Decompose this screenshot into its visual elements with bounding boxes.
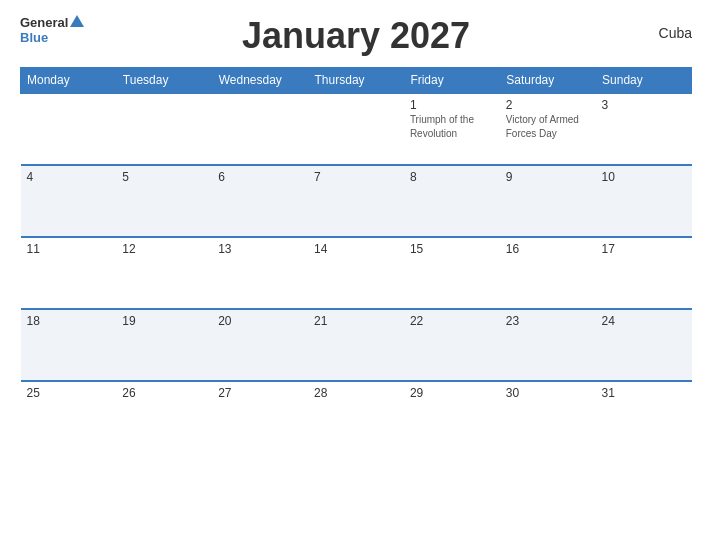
day-number: 28: [314, 386, 398, 400]
calendar-cell: 31: [596, 381, 692, 453]
calendar-cell: 6: [212, 165, 308, 237]
calendar-cell: [116, 93, 212, 165]
day-number: 24: [602, 314, 686, 328]
calendar-cell: [21, 93, 117, 165]
calendar-cell: 26: [116, 381, 212, 453]
header-wednesday: Wednesday: [212, 68, 308, 94]
day-number: 27: [218, 386, 302, 400]
calendar-cell: 30: [500, 381, 596, 453]
calendar-cell: [212, 93, 308, 165]
header: General Blue January 2027 Cuba: [20, 15, 692, 57]
event-label: Victory of Armed Forces Day: [506, 114, 579, 139]
calendar-cell: 9: [500, 165, 596, 237]
day-number: 30: [506, 386, 590, 400]
day-number: 22: [410, 314, 494, 328]
day-number: 12: [122, 242, 206, 256]
day-number: 3: [602, 98, 686, 112]
calendar-cell: 23: [500, 309, 596, 381]
day-number: 31: [602, 386, 686, 400]
calendar-cell: 14: [308, 237, 404, 309]
calendar-cell: 16: [500, 237, 596, 309]
day-number: 17: [602, 242, 686, 256]
day-number: 15: [410, 242, 494, 256]
day-number: 26: [122, 386, 206, 400]
day-number: 10: [602, 170, 686, 184]
calendar-week-row: 18192021222324: [21, 309, 692, 381]
calendar-cell: 10: [596, 165, 692, 237]
calendar-week-row: 1Triumph of the Revolution2Victory of Ar…: [21, 93, 692, 165]
day-number: 7: [314, 170, 398, 184]
day-number: 25: [27, 386, 111, 400]
calendar-cell: 8: [404, 165, 500, 237]
calendar-cell: 21: [308, 309, 404, 381]
header-monday: Monday: [21, 68, 117, 94]
calendar-page: General Blue January 2027 Cuba Monday Tu…: [0, 0, 712, 550]
header-tuesday: Tuesday: [116, 68, 212, 94]
event-label: Triumph of the Revolution: [410, 114, 474, 139]
day-number: 4: [27, 170, 111, 184]
calendar-cell: 11: [21, 237, 117, 309]
header-sunday: Sunday: [596, 68, 692, 94]
day-number: 16: [506, 242, 590, 256]
calendar-cell: 12: [116, 237, 212, 309]
day-number: 18: [27, 314, 111, 328]
calendar-cell: 4: [21, 165, 117, 237]
calendar-cell: 13: [212, 237, 308, 309]
calendar-cell: 29: [404, 381, 500, 453]
day-number: 21: [314, 314, 398, 328]
calendar-table: Monday Tuesday Wednesday Thursday Friday…: [20, 67, 692, 453]
country-label: Cuba: [659, 25, 692, 41]
day-number: 8: [410, 170, 494, 184]
logo-general-text: General: [20, 15, 68, 30]
calendar-cell: 19: [116, 309, 212, 381]
day-number: 9: [506, 170, 590, 184]
day-number: 19: [122, 314, 206, 328]
logo-blue-text: Blue: [20, 30, 48, 45]
calendar-cell: [308, 93, 404, 165]
logo: General Blue: [20, 15, 84, 45]
calendar-cell: 5: [116, 165, 212, 237]
calendar-cell: 28: [308, 381, 404, 453]
day-number: 14: [314, 242, 398, 256]
logo-triangle-icon: [70, 15, 84, 27]
calendar-cell: 22: [404, 309, 500, 381]
day-number: 20: [218, 314, 302, 328]
calendar-cell: 25: [21, 381, 117, 453]
day-number: 29: [410, 386, 494, 400]
day-number: 23: [506, 314, 590, 328]
page-title: January 2027: [242, 15, 470, 57]
day-number: 6: [218, 170, 302, 184]
calendar-cell: 24: [596, 309, 692, 381]
calendar-cell: 3: [596, 93, 692, 165]
weekday-header-row: Monday Tuesday Wednesday Thursday Friday…: [21, 68, 692, 94]
calendar-week-row: 11121314151617: [21, 237, 692, 309]
day-number: 5: [122, 170, 206, 184]
calendar-cell: 20: [212, 309, 308, 381]
calendar-cell: 7: [308, 165, 404, 237]
calendar-cell: 18: [21, 309, 117, 381]
day-number: 2: [506, 98, 590, 112]
header-thursday: Thursday: [308, 68, 404, 94]
calendar-cell: 1Triumph of the Revolution: [404, 93, 500, 165]
calendar-cell: 2Victory of Armed Forces Day: [500, 93, 596, 165]
header-friday: Friday: [404, 68, 500, 94]
day-number: 13: [218, 242, 302, 256]
calendar-week-row: 25262728293031: [21, 381, 692, 453]
calendar-cell: 27: [212, 381, 308, 453]
calendar-cell: 17: [596, 237, 692, 309]
day-number: 1: [410, 98, 494, 112]
calendar-cell: 15: [404, 237, 500, 309]
day-number: 11: [27, 242, 111, 256]
header-saturday: Saturday: [500, 68, 596, 94]
calendar-week-row: 45678910: [21, 165, 692, 237]
